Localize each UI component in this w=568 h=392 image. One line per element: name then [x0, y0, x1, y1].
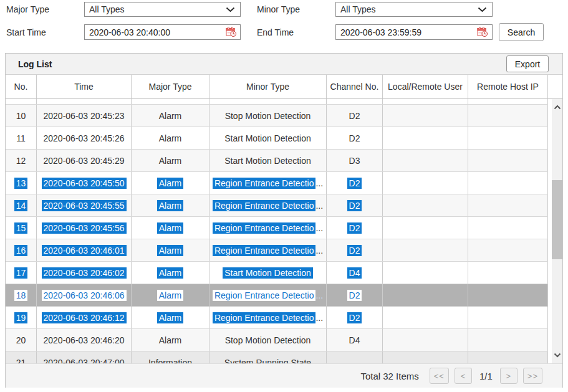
minor-type-select[interactable]: All Types [335, 2, 493, 17]
table-cell: D4 [327, 329, 383, 351]
highlighted-text: 2020-06-03 20:45:50 [42, 178, 127, 189]
table-cell: D2 [327, 105, 383, 127]
column-header: Minor Type [209, 75, 327, 98]
table-cell: System Running State [209, 351, 327, 363]
table-cell [383, 105, 468, 127]
table-cell [468, 127, 548, 149]
highlighted-text: 18 [14, 290, 28, 301]
search-button[interactable]: Search [499, 23, 544, 41]
scroll-up-icon[interactable] [552, 102, 562, 113]
highlighted-text: D2 [347, 245, 362, 256]
table-row[interactable]: 182020-06-03 20:46:06AlarmRegion Entranc… [6, 284, 548, 307]
table-cell: 19 [6, 307, 37, 328]
table-row[interactable]: 192020-06-03 20:46:12AlarmRegion Entranc… [6, 307, 548, 329]
table-cell [468, 284, 548, 306]
table-cell: 2020-06-03 20:45:50 [37, 172, 132, 194]
table-cell: 2020-06-03 20:46:12 [37, 307, 132, 328]
highlighted-text: 2020-06-03 20:45:55 [42, 200, 127, 211]
log-list-title: Log List [18, 59, 52, 69]
table-row[interactable]: 102020-06-03 20:45:23AlarmStop Motion De… [6, 105, 548, 127]
table-cell: 11 [6, 127, 37, 149]
highlighted-text: 2020-06-03 20:46:02 [42, 267, 127, 279]
page-indicator: 1/1 [479, 371, 493, 381]
table-row[interactable] [6, 99, 548, 105]
export-button[interactable]: Export [506, 55, 549, 72]
table-cell: 15 [6, 217, 37, 239]
table-cell [468, 194, 548, 216]
total-items-label: Total 32 Items [360, 371, 418, 381]
highlighted-text: 15 [14, 222, 28, 234]
table-cell: Start Motion Detection [209, 127, 327, 149]
scroll-down-icon[interactable] [552, 350, 562, 361]
prev-page-button[interactable]: < [455, 368, 472, 384]
major-type-label: Major Type [6, 2, 49, 17]
table-cell [383, 217, 468, 239]
last-page-button[interactable]: >> [523, 368, 542, 384]
highlighted-text: Region Entrance Detectio [213, 312, 316, 323]
table-row[interactable]: 142020-06-03 20:45:55AlarmRegion Entranc… [6, 194, 548, 217]
table-cell: Region Entrance Detectio... [209, 172, 327, 194]
table-cell: Alarm [132, 150, 209, 171]
table-row[interactable]: 202020-06-03 20:46:20AlarmStop Motion De… [6, 329, 548, 351]
table-cell: D3 [327, 150, 383, 171]
calendar-icon[interactable] [226, 27, 237, 37]
start-time-label: Start Time [6, 25, 46, 40]
table-row[interactable]: 132020-06-03 20:45:50AlarmRegion Entranc… [6, 172, 548, 194]
table-cell: 10 [6, 105, 37, 127]
first-page-button[interactable]: << [430, 368, 449, 384]
column-header: Time [37, 75, 132, 98]
start-time-input[interactable] [84, 24, 241, 40]
table-cell: D2 [327, 127, 383, 149]
ellipsis-text: ... [315, 223, 323, 233]
highlighted-text: D2 [347, 222, 362, 234]
calendar-icon[interactable] [477, 27, 488, 37]
table-row[interactable]: 162020-06-03 20:46:01AlarmRegion Entranc… [6, 239, 548, 262]
highlighted-text: Alarm [157, 178, 184, 189]
table-cell [468, 172, 548, 194]
table-row[interactable]: 122020-06-03 20:45:29AlarmStart Motion D… [6, 150, 548, 172]
table-header-row: No.TimeMajor TypeMinor TypeChannel No.Lo… [6, 75, 562, 99]
table-row[interactable]: 172020-06-03 20:46:02AlarmStart Motion D… [6, 262, 548, 284]
highlighted-text: 14 [14, 200, 28, 211]
highlighted-text: D2 [347, 290, 362, 301]
table-row[interactable]: 212020-06-03 20:47:00InformationSystem R… [6, 351, 548, 363]
table-row[interactable]: 152020-06-03 20:45:56AlarmRegion Entranc… [6, 217, 548, 239]
end-time-label: End Time [257, 25, 294, 40]
minor-type-label: Minor Type [257, 2, 300, 17]
table-cell: Alarm [132, 239, 209, 261]
table-cell: Region Entrance Detectio... [209, 284, 327, 306]
highlighted-text: Region Entrance Detectio [213, 200, 316, 211]
highlighted-text: 2020-06-03 20:46:01 [42, 245, 127, 256]
table-cell [383, 99, 468, 104]
table-cell: 2020-06-03 20:45:56 [37, 217, 132, 239]
highlighted-text: 2020-06-03 20:45:56 [42, 222, 127, 234]
table-cell: 21 [6, 351, 37, 363]
table-cell [468, 150, 548, 171]
chevron-down-icon [226, 7, 235, 12]
table-row[interactable]: 112020-06-03 20:45:26AlarmStart Motion D… [6, 127, 548, 150]
table-cell: Alarm [132, 127, 209, 149]
highlighted-text: Alarm [157, 267, 184, 279]
table-cell: D4 [327, 262, 383, 284]
next-page-button[interactable]: > [500, 368, 517, 384]
table-cell: 2020-06-03 20:45:55 [37, 194, 132, 216]
table-cell: 2020-06-03 20:46:20 [37, 329, 132, 351]
table-cell: 18 [6, 284, 37, 306]
table-cell [383, 172, 468, 194]
table-cell [383, 127, 468, 149]
table-cell: Region Entrance Detectio... [209, 307, 327, 328]
ellipsis-text: ... [315, 178, 323, 188]
highlighted-text: Region Entrance Detectio [213, 222, 316, 234]
highlighted-text: 13 [14, 178, 28, 189]
highlighted-text: 16 [14, 245, 28, 256]
end-time-input[interactable] [335, 24, 493, 40]
scrollbar-thumb[interactable] [552, 180, 562, 259]
major-type-select[interactable]: All Types [84, 2, 241, 17]
highlighted-text: 2020-06-03 20:46:06 [42, 290, 127, 301]
table-cell: 2020-06-03 20:47:00 [37, 351, 132, 363]
scrollbar[interactable] [552, 99, 562, 363]
table-cell: D2 [327, 194, 383, 216]
column-header: Channel No. [327, 75, 383, 98]
column-header: No. [6, 75, 37, 98]
table-cell: 2020-06-03 20:45:26 [37, 127, 132, 149]
